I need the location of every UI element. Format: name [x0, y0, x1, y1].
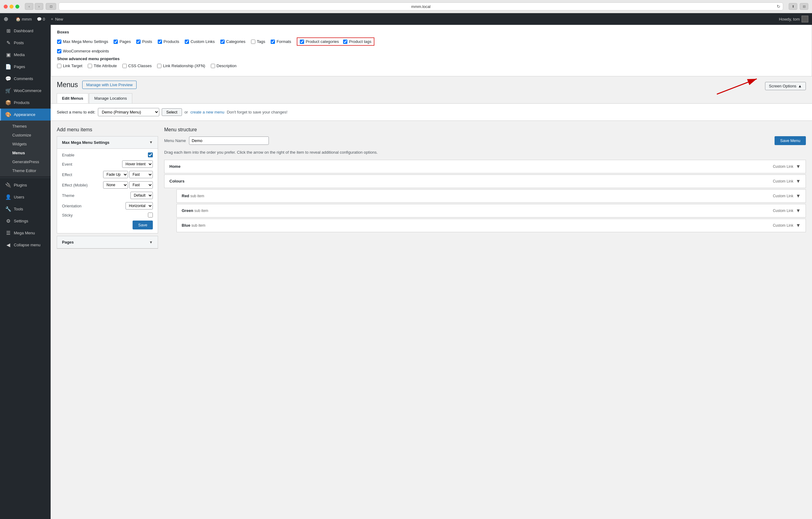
- checkbox-posts-input[interactable]: [136, 39, 141, 44]
- checkbox-max-mega-menu[interactable]: Max Mega Menu Settings: [57, 39, 108, 44]
- checkbox-products[interactable]: Products: [158, 39, 179, 44]
- checkbox-formats[interactable]: Formats: [271, 39, 291, 44]
- chevron-down-icon-5[interactable]: ▼: [796, 223, 801, 228]
- checkbox-product-categories-input[interactable]: [300, 39, 304, 44]
- checkbox-tags-input[interactable]: [251, 39, 255, 44]
- tab-manage-locations[interactable]: Manage Locations: [89, 93, 132, 103]
- save-settings-button[interactable]: Save: [133, 220, 153, 230]
- screen-options-button[interactable]: Screen Options ▲: [765, 82, 806, 90]
- effect-type-select[interactable]: Fade Up Fade None: [103, 171, 128, 178]
- theme-select[interactable]: Default: [130, 192, 153, 199]
- back-button[interactable]: ‹: [25, 3, 33, 10]
- select-button[interactable]: Select: [162, 108, 182, 116]
- checkbox-description[interactable]: Description: [211, 63, 237, 68]
- checkbox-pages[interactable]: Pages: [114, 39, 131, 44]
- mac-dot-yellow[interactable]: [9, 5, 13, 8]
- checkbox-products-input[interactable]: [158, 39, 162, 44]
- checkbox-product-tags[interactable]: Product tags: [343, 39, 371, 44]
- checkbox-max-mega-menu-input[interactable]: [57, 39, 61, 44]
- checkbox-categories[interactable]: Categories: [220, 39, 245, 44]
- checkbox-link-target[interactable]: Link Target: [57, 63, 82, 68]
- checkbox-css-classes-input[interactable]: [122, 64, 127, 68]
- menu-select-dropdown[interactable]: Demo (Primary Menu): [98, 108, 159, 116]
- checkbox-custom-links-input[interactable]: [185, 39, 189, 44]
- checkbox-title-attribute-input[interactable]: [88, 64, 92, 68]
- chevron-down-icon-2[interactable]: ▼: [796, 179, 801, 184]
- menu-item-blue[interactable]: Blue sub item Custom Link ▼: [176, 219, 806, 232]
- sidebar-item-theme-editor[interactable]: Theme Editor: [0, 166, 51, 175]
- checkbox-pages-input[interactable]: [114, 39, 118, 44]
- admin-bar-site-name[interactable]: 🏠 mmm: [16, 17, 32, 22]
- sidebar-item-mega-menu[interactable]: ☰ Mega Menu: [0, 227, 51, 239]
- sidebar-item-products[interactable]: 📦 Products: [0, 97, 51, 109]
- sidebar-item-woocommerce[interactable]: 🛒 WooCommerce: [0, 85, 51, 97]
- tab-edit-menus[interactable]: Edit Menus: [57, 93, 88, 103]
- forward-button[interactable]: ›: [35, 3, 43, 10]
- admin-bar-comments[interactable]: 💬 0: [37, 17, 45, 22]
- mac-dot-red[interactable]: [4, 5, 8, 8]
- admin-bar-new[interactable]: ＋ New: [50, 16, 63, 22]
- effect-mobile-speed-select[interactable]: Fast Medium Slow: [129, 181, 153, 189]
- sidebar-item-widgets[interactable]: Widgets: [0, 140, 51, 149]
- checkbox-title-attribute[interactable]: Title Attribute: [88, 63, 117, 68]
- create-new-menu-link[interactable]: create a new menu: [190, 110, 224, 114]
- orientation-select[interactable]: Horizontal Vertical: [125, 202, 153, 210]
- checkbox-woocommerce-endpoints[interactable]: WooCommerce endpoints: [57, 49, 109, 53]
- menu-item-red[interactable]: Red sub item Custom Link ▼: [176, 189, 806, 203]
- accordion-header-max-mega-menu[interactable]: Max Mega Menu Settings ▲: [57, 136, 158, 149]
- event-select[interactable]: Hover Intent Hover Click: [122, 160, 153, 168]
- pages-accordion: Pages ▼: [57, 236, 158, 249]
- checkbox-css-classes[interactable]: CSS Classes: [122, 63, 152, 68]
- sidebar-item-users[interactable]: 👤 Users: [0, 191, 51, 203]
- sidebar-item-settings[interactable]: ⚙ Settings: [0, 215, 51, 227]
- sidebar-item-dashboard[interactable]: ⊞ Dashboard: [0, 25, 51, 37]
- checkbox-custom-links[interactable]: Custom Links: [185, 39, 215, 44]
- checkbox-link-relationship-input[interactable]: [157, 64, 162, 68]
- checkbox-description-input[interactable]: [211, 64, 215, 68]
- sidebar-toggle-button[interactable]: ⊟: [800, 3, 808, 10]
- sidebar-item-comments[interactable]: 💬 Comments: [0, 73, 51, 85]
- sidebar-item-customize[interactable]: Customize: [0, 131, 51, 140]
- sidebar-item-pages[interactable]: 📄 Pages: [0, 61, 51, 73]
- chevron-down-icon-4[interactable]: ▼: [796, 208, 801, 213]
- checkbox-link-relationship[interactable]: Link Relationship (XFN): [157, 63, 205, 68]
- admin-bar-howdy[interactable]: Howdy, tom: [779, 16, 808, 22]
- menu-item-home[interactable]: Home Custom Link ▼: [164, 160, 806, 173]
- checkbox-categories-input[interactable]: [220, 39, 225, 44]
- refresh-icon[interactable]: ↻: [777, 4, 780, 9]
- sidebar-item-media[interactable]: ▣ Media: [0, 49, 51, 61]
- sidebar-item-plugins[interactable]: 🔌 Plugins: [0, 179, 51, 191]
- sidebar-item-themes[interactable]: Themes: [0, 122, 51, 131]
- checkbox-link-target-input[interactable]: [57, 64, 61, 68]
- checkbox-woocommerce-endpoints-input[interactable]: [57, 49, 61, 53]
- menu-item-green[interactable]: Green sub item Custom Link ▼: [176, 204, 806, 217]
- sidebar-item-posts[interactable]: ✎ Posts: [0, 37, 51, 49]
- live-preview-button[interactable]: Manage with Live Preview: [82, 81, 137, 89]
- effect-speed-select[interactable]: Fast Medium Slow: [129, 171, 153, 178]
- wp-layout: ⊞ Dashboard ✎ Posts ▣ Media 📄 Pages 💬 Co…: [0, 25, 812, 519]
- sidebar-item-generatepress[interactable]: GeneratePress: [0, 157, 51, 166]
- effect-mobile-type-select[interactable]: None Fade Up Fade: [103, 181, 128, 189]
- accordion-header-pages[interactable]: Pages ▼: [57, 236, 158, 248]
- sidebar-item-collapse[interactable]: ◀ Collapse menu: [0, 239, 51, 251]
- menu-item-colours[interactable]: Colours Custom Link ▼: [164, 175, 806, 188]
- share-button[interactable]: ⬆: [789, 3, 797, 10]
- menu-name-input[interactable]: [189, 136, 269, 145]
- wp-logo-icon[interactable]: ⊕: [4, 16, 8, 22]
- tab-button[interactable]: ⊡: [46, 3, 56, 10]
- sticky-checkbox[interactable]: [148, 213, 153, 217]
- checkbox-tags[interactable]: Tags: [251, 39, 265, 44]
- chevron-down-icon[interactable]: ▼: [796, 164, 801, 169]
- save-menu-button[interactable]: Save Menu: [775, 136, 806, 145]
- sidebar-item-tools[interactable]: 🔧 Tools: [0, 203, 51, 215]
- enable-checkbox[interactable]: [148, 152, 153, 157]
- checkbox-posts[interactable]: Posts: [136, 39, 152, 44]
- chevron-down-icon-3[interactable]: ▼: [796, 193, 801, 199]
- checkbox-formats-input[interactable]: [271, 39, 275, 44]
- mac-dot-green[interactable]: [16, 5, 19, 8]
- sidebar-item-appearance[interactable]: 🎨 Appearance: [0, 109, 51, 121]
- sidebar-item-menus[interactable]: Menus: [0, 149, 51, 157]
- address-bar[interactable]: mmm.local ↻: [59, 2, 783, 10]
- checkbox-product-categories[interactable]: Product categories: [300, 39, 339, 44]
- checkbox-product-tags-input[interactable]: [343, 39, 347, 44]
